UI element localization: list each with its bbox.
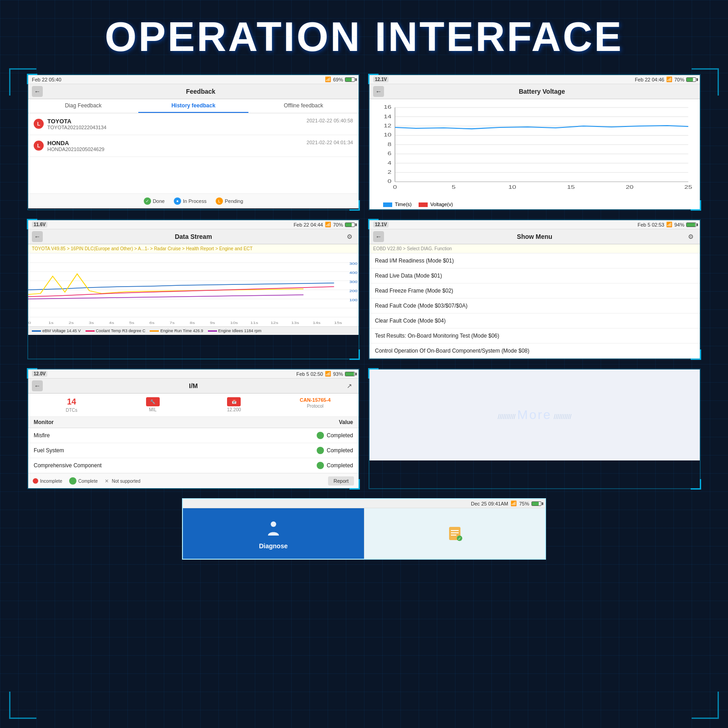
svg-text:10s: 10s: [230, 320, 238, 324]
corner-decoration-br: [692, 692, 719, 719]
bottom-content: Diagnose ✓: [183, 508, 545, 559]
feedback-brand-1: TOYOTA: [47, 118, 303, 125]
feedback-date-2: 2021-02-22 04:01:34: [307, 140, 353, 145]
menu-item-5[interactable]: Clear Fault Code (Mode $04): [369, 313, 700, 329]
svg-text:14s: 14s: [313, 320, 321, 324]
svg-text:300: 300: [349, 261, 358, 265]
im-mil-label: MIL: [149, 407, 157, 412]
screen5-wifi-pct: 93%: [333, 371, 343, 377]
menu-item-1[interactable]: Read I/M Readiness (Mode $01): [369, 253, 700, 268]
pending-label: Pending: [225, 198, 243, 204]
feedback-date-1: 2021-02-22 05:40:58: [307, 118, 353, 123]
menu-item-6[interactable]: Test Results: On-Board Monitoring Test (…: [369, 329, 700, 344]
screen3-path: TOYOTA V49.85 > 16PIN DLC(Europe and Oth…: [28, 244, 359, 253]
screen3-status-bar: 11.6V Feb 22 04:44 📶 70%: [28, 220, 359, 229]
tab-history-feedback[interactable]: History feedback: [138, 99, 248, 113]
menu-item-2[interactable]: Read Live Data (Mode $01): [369, 268, 700, 283]
checklist-icon: ✓: [447, 526, 463, 541]
menu-item-3[interactable]: Read Freeze Frame (Mode $02): [369, 283, 700, 298]
complete-dot: [69, 477, 76, 485]
ds-legend-4: Engine Idlees 1184 rpm: [208, 329, 262, 333]
svg-text:10: 10: [384, 132, 391, 138]
screen1-title: Feedback: [46, 88, 355, 95]
screen2-voltage: 12.1V: [373, 76, 389, 82]
im-table: Misfire Completed Fuel System Completed …: [28, 428, 359, 473]
screen2-datetime: Feb 22 04:46: [635, 77, 664, 82]
screen1-tabs: Diag Feedback History feedback Offline f…: [28, 99, 359, 113]
more-dashes-left: //////////: [498, 413, 517, 420]
screen5-title: I/M: [46, 382, 340, 389]
svg-text:16: 16: [384, 105, 391, 110]
screen4-wifi-icon: 📶: [666, 222, 672, 228]
corner-decoration-bl: [9, 692, 36, 719]
screen4-status-bar: 12.1V Feb 5 02:53 📶 94%: [369, 220, 700, 229]
svg-text:6s: 6s: [149, 320, 155, 324]
screen1-back-btn[interactable]: ←: [32, 86, 43, 97]
menu-item-7[interactable]: Control Operation Of On-Board Component/…: [369, 344, 700, 359]
svg-text:6: 6: [388, 151, 392, 157]
im-header-monitor: Monitor: [34, 419, 54, 425]
legend-inprocess: ● In Process: [174, 197, 207, 205]
tab-offline-feedback[interactable]: Offline feedback: [248, 99, 359, 113]
screen5-wrapper: 12.0V Feb 5 02:50 📶 93% ← I/M ↗: [27, 369, 359, 489]
svg-text:12s: 12s: [270, 320, 278, 324]
incomplete-dot: [33, 478, 38, 484]
im-stat-protocol: CAN-15765-4 Protocol: [276, 397, 355, 413]
report-button[interactable]: Report: [328, 476, 354, 485]
svg-text:5: 5: [452, 184, 456, 190]
svg-text:3s: 3s: [89, 320, 94, 324]
screen4-battery-fill: [687, 223, 695, 227]
screen2-back-btn[interactable]: ←: [373, 86, 384, 97]
screen1-status-bar: Feb 22 05:40 📶 69%: [28, 75, 359, 84]
screen5-im: 12.0V Feb 5 02:50 📶 93% ← I/M ↗: [28, 369, 359, 488]
screen4-datetime: Feb 5 02:53: [637, 222, 664, 228]
screen1-wrapper: Feb 22 05:40 📶 69% ← Feedback Diag Feedb…: [27, 74, 359, 210]
bottom-area: Dec 25 09:41AM 📶 75% Diagnose: [0, 494, 728, 560]
svg-text:200: 200: [349, 288, 358, 293]
screen4-voltage: 12.1V: [373, 222, 389, 228]
time-legend-label: Time(s): [395, 202, 412, 207]
svg-text:4s: 4s: [109, 320, 114, 324]
more-screen: ////////// More //////////: [369, 369, 700, 460]
screen3-battery-icon: [345, 222, 355, 227]
screen5-back-btn[interactable]: ←: [32, 380, 43, 391]
im-footer: Incomplete Complete ✕ Not supported Repo…: [28, 473, 359, 488]
screen4-back-btn[interactable]: ←: [373, 231, 384, 242]
legend-not-supported: ✕ Not supported: [105, 478, 141, 484]
feedback-id-1: TOYOTA20210222043134: [47, 125, 303, 130]
inprocess-label: In Process: [183, 198, 207, 204]
feedback-empty-space: [28, 157, 359, 193]
screen1-feedback: Feb 22 05:40 📶 69% ← Feedback Diag Feedb…: [28, 75, 359, 208]
datastream-legend: eBM Voltage 14.45 V Coolant Temp R3 degr…: [28, 326, 359, 335]
second-tile[interactable]: ✓: [364, 508, 546, 559]
screen3-voltage: 11.6V: [32, 222, 47, 228]
cal-icon: 📅: [227, 397, 241, 406]
person-icon: [264, 520, 283, 538]
tab-diag-feedback[interactable]: Diag Feedback: [28, 99, 138, 113]
svg-text:10: 10: [508, 184, 516, 190]
screen6-wrapper: ////////// More //////////: [369, 369, 701, 489]
bottom-battery-fill: [532, 502, 539, 506]
im-status-3: Completed: [327, 462, 353, 469]
voltage-legend-color: [419, 202, 428, 207]
svg-text:11s: 11s: [250, 320, 258, 324]
feedback-brand-2: HONDA: [47, 140, 303, 147]
screen3-back-btn[interactable]: ←: [32, 231, 43, 242]
svg-text:0: 0: [393, 184, 397, 190]
screen5-export-icon[interactable]: ↗: [344, 380, 355, 391]
screen3-settings-icon[interactable]: ⚙: [344, 231, 355, 242]
ds-legend-3: Engine Run Time 426.9: [150, 329, 203, 333]
svg-text:✓: ✓: [458, 536, 461, 541]
table-row: Fuel System Completed: [28, 443, 359, 458]
screen5-datetime: Feb 5 02:50: [296, 371, 323, 377]
menu-item-4[interactable]: Read Fault Code (Mode $03/$07/$0A): [369, 298, 700, 313]
bottom-battery-icon: [531, 501, 541, 506]
screen2-wrapper: 12.1V Feb 22 04:46 📶 70% ← Battery Volta…: [369, 74, 701, 210]
screen4-wrapper: 12.1V Feb 5 02:53 📶 94% ← Show Menu ⚙ EO…: [369, 219, 701, 359]
not-supported-icon: ✕: [105, 478, 110, 484]
diagnose-tile[interactable]: Diagnose: [183, 508, 364, 559]
screen4-settings-icon[interactable]: ⚙: [685, 231, 696, 242]
screen2-battery: 12.1V Feb 22 04:46 📶 70% ← Battery Volta…: [369, 75, 700, 209]
status-dot-2: [317, 447, 324, 454]
screen3-wifi-pct: 70%: [333, 222, 343, 228]
